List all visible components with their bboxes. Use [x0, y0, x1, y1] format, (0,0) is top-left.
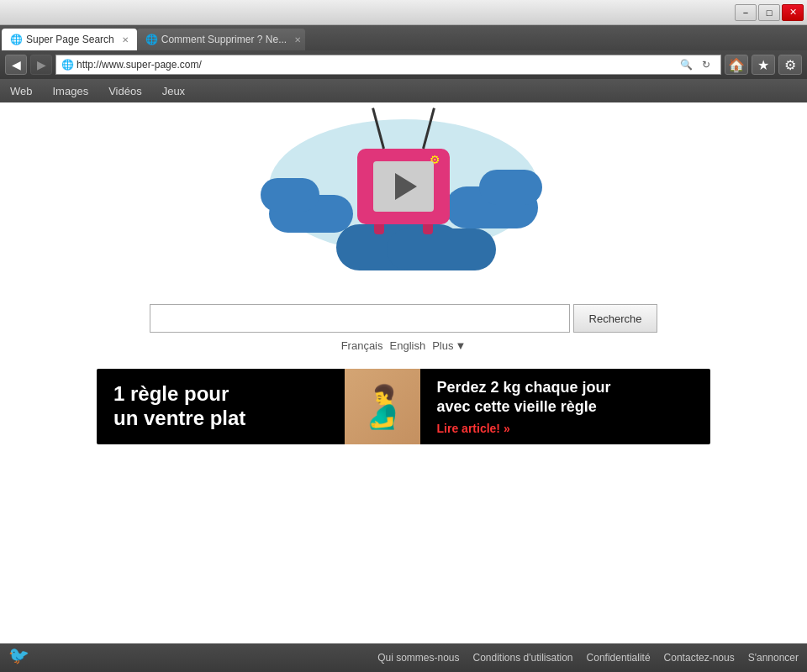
forward-button[interactable]: ▶: [30, 55, 52, 75]
back-button[interactable]: ◀: [5, 55, 27, 75]
favorites-button[interactable]: ★: [752, 55, 775, 75]
minimize-button[interactable]: −: [735, 4, 757, 21]
ad-image-body: 🫃: [345, 369, 420, 444]
search-button[interactable]: Recherche: [573, 304, 658, 333]
titlebar: − □ ✕: [0, 0, 807, 25]
nav-menu: Web Images Vidéos Jeux: [0, 79, 807, 102]
search-area: Recherche Français English Plus ▼: [0, 304, 807, 352]
dropdown-icon: ▼: [455, 339, 466, 352]
tab-bar: 🌐 Super Page Search ✕ 🌐 Comment Supprime…: [0, 25, 807, 50]
ad-left-label: 1 règle pour un ventre plat: [113, 382, 245, 431]
tv-legs: [374, 224, 433, 233]
ad-right-link[interactable]: Lire article! »: [437, 422, 694, 435]
close-button[interactable]: ✕: [782, 4, 804, 21]
footer-link-terms[interactable]: Conditions d'utilisation: [473, 652, 573, 664]
footer-link-advertise[interactable]: S'annoncer: [748, 652, 799, 664]
ad-image-icon: 🫃: [356, 382, 409, 431]
browser-window: − □ ✕ 🌐 Super Page Search ✕ 🌐 Comment Su…: [0, 0, 807, 672]
footer-link-privacy[interactable]: Confidentialité: [587, 652, 651, 664]
footer-link-about[interactable]: Qui sommes-nous: [377, 652, 459, 664]
cloud-left-top: [261, 178, 319, 212]
ad-text-right: Perdez 2 kg chaque jour avec cette vieil…: [420, 369, 710, 444]
window-controls: − □ ✕: [735, 4, 804, 21]
tab-super-page[interactable]: 🌐 Super Page Search ✕: [2, 29, 137, 50]
footer-logo: 🐦: [8, 645, 34, 670]
tab-favicon-2: 🌐: [145, 34, 157, 45]
lang-plus-label: Plus: [432, 339, 453, 352]
nav-item-images[interactable]: Images: [50, 83, 92, 99]
footer-link-contact[interactable]: Contactez-nous: [664, 652, 735, 664]
tab-comment[interactable]: 🌐 Comment Supprimer ? Ne... ✕: [137, 29, 305, 50]
tv-leg-right: [423, 224, 433, 234]
tab-label-2: Comment Supprimer ? Ne...: [161, 34, 287, 45]
tab-close-2[interactable]: ✕: [294, 35, 301, 45]
main-content: ⚙ Recherche Français English Plus: [0, 102, 807, 672]
cloud-right-top: [479, 170, 542, 205]
search-row: Recherche: [150, 304, 658, 333]
lang-plus[interactable]: Plus ▼: [432, 339, 466, 352]
maximize-button[interactable]: □: [758, 4, 780, 21]
language-row: Français English Plus ▼: [341, 339, 467, 352]
nav-item-web[interactable]: Web: [7, 83, 36, 99]
lang-francais[interactable]: Français: [341, 339, 383, 352]
ad-image: 🫃: [345, 369, 420, 444]
lang-english[interactable]: English: [390, 339, 426, 352]
tab-close-1[interactable]: ✕: [122, 35, 129, 45]
url-field[interactable]: 🌐 http://www.super-page.com/ 🔍 ↻: [55, 55, 721, 75]
ad-right-main: Perdez 2 kg chaque jour avec cette vieil…: [437, 378, 694, 417]
ad-banner[interactable]: 1 règle pour un ventre plat 🫃 Perdez 2 k…: [97, 369, 710, 444]
home-button[interactable]: 🏠: [725, 55, 748, 75]
nav-item-jeux[interactable]: Jeux: [159, 83, 188, 99]
tab-favicon-1: 🌐: [10, 34, 22, 45]
refresh-icon[interactable]: ↻: [697, 55, 715, 74]
search-icon[interactable]: 🔍: [677, 55, 695, 74]
tv-screen: [373, 161, 434, 212]
tv-illustration: ⚙: [357, 149, 450, 224]
search-input[interactable]: [150, 304, 570, 333]
url-favicon: 🌐: [61, 59, 73, 71]
footer-links: Qui sommes-nous Conditions d'utilisation…: [377, 652, 799, 664]
tv-leg-left: [374, 224, 384, 234]
tab-label-1: Super Page Search: [26, 34, 114, 45]
settings-button[interactable]: ⚙: [778, 55, 802, 75]
url-text: http://www.super-page.com/: [76, 59, 677, 71]
logo-area: ⚙: [227, 102, 580, 287]
nav-item-videos[interactable]: Vidéos: [105, 83, 145, 99]
footer: 🐦 Qui sommes-nous Conditions d'utilisati…: [0, 643, 807, 672]
ad-text-left: 1 règle pour un ventre plat: [97, 369, 345, 444]
address-bar: ◀ ▶ 🌐 http://www.super-page.com/ 🔍 ↻ 🏠 ★…: [0, 50, 807, 79]
cloud-center-right: [387, 228, 496, 270]
